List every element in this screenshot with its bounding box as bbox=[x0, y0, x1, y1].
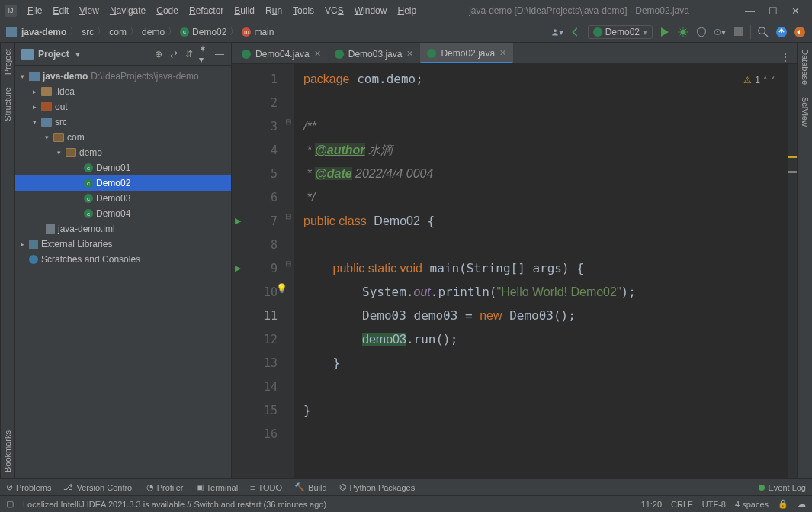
run-gutter-icon[interactable]: ▶ bbox=[235, 263, 241, 273]
stripe-database[interactable]: Database bbox=[801, 43, 810, 91]
tree-com[interactable]: com bbox=[15, 130, 231, 145]
breadcrumb-demo[interactable]: demo bbox=[142, 27, 165, 37]
tab-demo02[interactable]: Demo02.java ✕ bbox=[420, 43, 513, 63]
maximize-button[interactable]: ☐ bbox=[769, 5, 778, 17]
gutter[interactable]: 1 2 3 4 5 6 ▶7 8 ▶9 10 11 12 13 14 15 16 bbox=[232, 64, 287, 478]
tree-root[interactable]: java-demo D:\IdeaProjects\java-demo bbox=[15, 69, 231, 84]
stripe-sciview[interactable]: SciView bbox=[801, 91, 810, 133]
hide-icon[interactable]: ― bbox=[214, 49, 225, 60]
inspection-overlay[interactable]: ⚠ 1 ˄ ˅ bbox=[743, 69, 775, 92]
toolbar-icons: ▾ Demo02 ▾ ▾ bbox=[551, 25, 806, 39]
stripe-structure[interactable]: Structure bbox=[3, 81, 12, 127]
breadcrumb-project[interactable]: java-demo bbox=[21, 27, 66, 37]
run-config-selector[interactable]: Demo02 ▾ bbox=[588, 25, 653, 39]
back-arrow-icon[interactable] bbox=[570, 26, 582, 38]
bt-profiler[interactable]: ◔Profiler bbox=[146, 482, 184, 492]
tree-demo01[interactable]: c Demo01 bbox=[15, 160, 231, 175]
debug-button[interactable] bbox=[677, 26, 689, 38]
run-button[interactable] bbox=[659, 26, 671, 38]
code-text[interactable]: package com.demo; /** * @author 水滴 * @da… bbox=[294, 64, 797, 478]
menu-code[interactable]: Code bbox=[152, 4, 183, 18]
menu-vcs[interactable]: VCS bbox=[320, 4, 348, 18]
close-tab-icon[interactable]: ✕ bbox=[314, 49, 321, 59]
settings-icon[interactable]: ✶ ▾ bbox=[199, 49, 210, 60]
gutter-fold[interactable]: ⊟ ⊟ ⊟ 💡 bbox=[287, 64, 294, 478]
status-message[interactable]: Localized IntelliJ IDEA 2021.3.3 is avai… bbox=[23, 500, 326, 509]
update-button[interactable] bbox=[775, 26, 788, 38]
breadcrumb-com[interactable]: com bbox=[109, 27, 127, 37]
package-icon bbox=[53, 133, 64, 142]
breadcrumb-class[interactable]: Demo02 bbox=[192, 27, 226, 37]
breadcrumb-method[interactable]: main bbox=[254, 27, 274, 37]
status-indent[interactable]: 4 spaces bbox=[735, 500, 769, 509]
tree-scratches[interactable]: Scratches and Consoles bbox=[15, 252, 231, 267]
close-tab-icon[interactable]: ✕ bbox=[499, 48, 506, 58]
status-tool-windows-icon[interactable]: ▢ bbox=[6, 499, 14, 509]
app-logo: IJ bbox=[5, 5, 17, 17]
code-area[interactable]: 1 2 3 4 5 6 ▶7 8 ▶9 10 11 12 13 14 15 16… bbox=[232, 64, 797, 478]
bt-todo[interactable]: ≡TODO bbox=[250, 483, 282, 492]
tree-src[interactable]: src bbox=[15, 114, 231, 130]
bt-terminal[interactable]: ▣Terminal bbox=[196, 482, 239, 492]
bt-build[interactable]: 🔨Build bbox=[294, 482, 326, 492]
tree-demo[interactable]: demo bbox=[15, 145, 231, 160]
breadcrumb-src[interactable]: src bbox=[82, 27, 94, 37]
close-button[interactable]: ✕ bbox=[791, 5, 800, 17]
class-icon bbox=[335, 50, 344, 59]
bt-problems[interactable]: ⊘Problems bbox=[6, 482, 51, 492]
tree-demo04[interactable]: c Demo04 bbox=[15, 206, 231, 221]
tree-idea[interactable]: .idea bbox=[15, 84, 231, 99]
menu-build[interactable]: Build bbox=[229, 4, 259, 18]
tree-demo02[interactable]: c Demo02 bbox=[15, 175, 231, 191]
user-icon[interactable]: ▾ bbox=[551, 26, 563, 38]
menu-window[interactable]: Window bbox=[350, 4, 392, 18]
coverage-button[interactable] bbox=[695, 26, 708, 38]
tree-out[interactable]: out bbox=[15, 99, 231, 114]
tree-ext-lib[interactable]: External Libraries bbox=[15, 237, 231, 252]
tree-demo03[interactable]: c Demo03 bbox=[15, 191, 231, 206]
menu-view[interactable]: View bbox=[75, 4, 104, 18]
run-gutter-icon[interactable]: ▶ bbox=[235, 216, 241, 226]
menu-file[interactable]: File bbox=[23, 4, 47, 18]
bottom-tool-strip: ⊘Problems ⎇Version Control ◔Profiler ▣Te… bbox=[0, 478, 812, 495]
tree-iml[interactable]: java-demo.iml bbox=[15, 221, 231, 237]
menu-help[interactable]: Help bbox=[393, 4, 421, 18]
project-view-dropdown[interactable]: ▾ bbox=[75, 49, 80, 60]
status-line-sep[interactable]: CRLF bbox=[671, 500, 693, 509]
close-tab-icon[interactable]: ✕ bbox=[406, 49, 413, 59]
profiler-button[interactable]: ▾ bbox=[714, 26, 726, 38]
source-folder-icon bbox=[41, 118, 52, 127]
status-memory-icon[interactable]: ☁ bbox=[798, 499, 806, 509]
menu-refactor[interactable]: Refactor bbox=[185, 4, 228, 18]
prev-highlight-icon[interactable]: ˄ bbox=[763, 69, 768, 92]
select-opened-file-icon[interactable]: ⊕ bbox=[153, 49, 164, 60]
error-stripe[interactable] bbox=[788, 64, 797, 478]
project-header: Project ▾ ⊕ ⇄ ⇵ ✶ ▾ ― bbox=[15, 43, 231, 66]
stripe-project[interactable]: Project bbox=[3, 43, 12, 81]
folder-icon bbox=[41, 102, 52, 111]
minimize-button[interactable]: ― bbox=[745, 5, 755, 17]
bt-python[interactable]: ⌬Python Packages bbox=[339, 482, 416, 492]
terminal-icon: ▣ bbox=[196, 482, 204, 492]
tabs-more-icon[interactable]: ⋮ bbox=[780, 51, 791, 63]
menu-tools[interactable]: Tools bbox=[288, 4, 319, 18]
status-lock-icon[interactable]: 🔒 bbox=[778, 499, 788, 509]
project-tool-label[interactable]: Project bbox=[38, 49, 69, 60]
menu-navigate[interactable]: Navigate bbox=[105, 4, 150, 18]
collapse-all-icon[interactable]: ⇵ bbox=[184, 49, 194, 60]
menu-run[interactable]: Run bbox=[261, 4, 287, 18]
bt-vcs[interactable]: ⎇Version Control bbox=[63, 482, 133, 492]
next-highlight-icon[interactable]: ˅ bbox=[771, 69, 775, 92]
tab-demo04[interactable]: Demo04.java ✕ bbox=[235, 43, 328, 63]
intention-bulb-icon[interactable]: 💡 bbox=[276, 283, 287, 294]
status-encoding[interactable]: UTF-8 bbox=[702, 500, 726, 509]
search-button[interactable] bbox=[757, 26, 769, 38]
ide-features-button[interactable] bbox=[794, 26, 806, 38]
menu-edit[interactable]: Edit bbox=[48, 4, 73, 18]
bt-eventlog[interactable]: Event Log bbox=[759, 483, 806, 492]
expand-all-icon[interactable]: ⇄ bbox=[168, 49, 179, 60]
tab-demo03[interactable]: Demo03.java ✕ bbox=[328, 43, 421, 63]
stop-button[interactable] bbox=[732, 26, 744, 38]
project-tree[interactable]: java-demo D:\IdeaProjects\java-demo .ide… bbox=[15, 66, 231, 478]
stripe-bookmarks[interactable]: Bookmarks bbox=[3, 424, 12, 478]
